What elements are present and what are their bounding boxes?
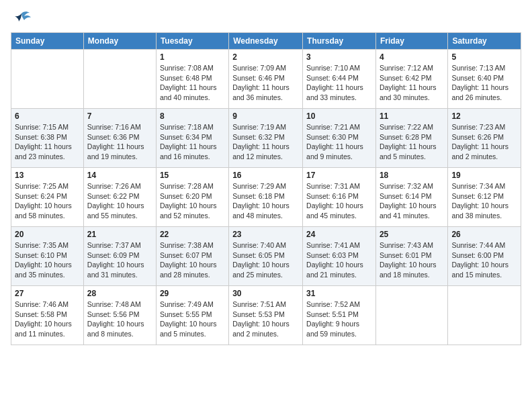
calendar-cell: 30Sunrise: 7:51 AM Sunset: 5:53 PM Dayli…: [229, 286, 303, 345]
day-info: Sunrise: 7:49 AM Sunset: 5:55 PM Dayligh…: [160, 300, 225, 339]
weekday-header-friday: Friday: [375, 33, 447, 50]
calendar-cell: 29Sunrise: 7:49 AM Sunset: 5:55 PM Dayli…: [156, 286, 228, 345]
day-info: Sunrise: 7:16 AM Sunset: 6:36 PM Dayligh…: [87, 122, 152, 162]
day-number: 20: [15, 230, 80, 239]
calendar-cell: 4Sunrise: 7:12 AM Sunset: 6:42 PM Daylig…: [375, 50, 447, 109]
calendar-cell: 19Sunrise: 7:34 AM Sunset: 6:12 PM Dayli…: [448, 168, 521, 227]
calendar-body: 1Sunrise: 7:08 AM Sunset: 6:48 PM Daylig…: [11, 50, 521, 345]
calendar-week-row: 20Sunrise: 7:35 AM Sunset: 6:10 PM Dayli…: [11, 227, 521, 286]
calendar-cell: 18Sunrise: 7:32 AM Sunset: 6:14 PM Dayli…: [375, 168, 447, 227]
calendar-week-row: 1Sunrise: 7:08 AM Sunset: 6:48 PM Daylig…: [11, 50, 521, 109]
day-info: Sunrise: 7:09 AM Sunset: 6:46 PM Dayligh…: [232, 63, 299, 103]
day-number: 29: [160, 289, 225, 298]
weekday-header-thursday: Thursday: [303, 33, 376, 50]
day-number: 14: [87, 171, 152, 180]
day-info: Sunrise: 7:43 AM Sunset: 6:01 PM Dayligh…: [380, 240, 444, 280]
calendar-week-row: 27Sunrise: 7:46 AM Sunset: 5:58 PM Dayli…: [11, 286, 521, 345]
day-number: 19: [451, 171, 517, 180]
day-info: Sunrise: 7:25 AM Sunset: 6:24 PM Dayligh…: [15, 181, 80, 221]
day-info: Sunrise: 7:23 AM Sunset: 6:26 PM Dayligh…: [451, 122, 517, 162]
calendar-cell: 13Sunrise: 7:25 AM Sunset: 6:24 PM Dayli…: [11, 168, 84, 227]
calendar-cell: 1Sunrise: 7:08 AM Sunset: 6:48 PM Daylig…: [156, 50, 228, 109]
day-number: 24: [306, 230, 372, 239]
day-number: 6: [15, 111, 80, 121]
weekday-header-monday: Monday: [83, 33, 156, 50]
weekday-header-saturday: Saturday: [448, 33, 521, 50]
calendar-cell: 2Sunrise: 7:09 AM Sunset: 6:46 PM Daylig…: [229, 50, 303, 109]
day-info: Sunrise: 7:51 AM Sunset: 5:53 PM Dayligh…: [232, 300, 299, 339]
day-info: Sunrise: 7:29 AM Sunset: 6:18 PM Dayligh…: [232, 181, 299, 221]
calendar-cell: 24Sunrise: 7:41 AM Sunset: 6:03 PM Dayli…: [303, 227, 376, 286]
day-number: 27: [15, 289, 80, 298]
calendar-cell: 21Sunrise: 7:37 AM Sunset: 6:09 PM Dayli…: [83, 227, 156, 286]
calendar-week-row: 6Sunrise: 7:15 AM Sunset: 6:38 PM Daylig…: [11, 109, 521, 168]
day-number: 30: [232, 289, 299, 298]
day-info: Sunrise: 7:10 AM Sunset: 6:44 PM Dayligh…: [306, 63, 372, 103]
day-number: 13: [15, 171, 80, 180]
day-info: Sunrise: 7:52 AM Sunset: 5:51 PM Dayligh…: [306, 300, 372, 339]
calendar-cell: 22Sunrise: 7:38 AM Sunset: 6:07 PM Dayli…: [156, 227, 228, 286]
day-info: Sunrise: 7:48 AM Sunset: 5:56 PM Dayligh…: [87, 300, 152, 339]
calendar-table: SundayMondayTuesdayWednesdayThursdayFrid…: [11, 32, 521, 345]
day-info: Sunrise: 7:34 AM Sunset: 6:12 PM Dayligh…: [451, 181, 517, 221]
weekday-header-wednesday: Wednesday: [229, 33, 303, 50]
day-number: 23: [232, 230, 299, 239]
calendar-cell: [448, 286, 521, 345]
day-info: Sunrise: 7:21 AM Sunset: 6:30 PM Dayligh…: [306, 122, 372, 162]
calendar-cell: 16Sunrise: 7:29 AM Sunset: 6:18 PM Dayli…: [229, 168, 303, 227]
day-number: 7: [87, 111, 152, 121]
day-number: 11: [380, 111, 444, 121]
logo-bird-icon: [12, 11, 31, 26]
day-info: Sunrise: 7:26 AM Sunset: 6:22 PM Dayligh…: [87, 181, 152, 221]
day-number: 2: [232, 52, 299, 62]
day-number: 1: [160, 52, 225, 62]
calendar-cell: 25Sunrise: 7:43 AM Sunset: 6:01 PM Dayli…: [375, 227, 447, 286]
day-number: 16: [232, 171, 299, 180]
day-number: 8: [160, 111, 225, 121]
day-info: Sunrise: 7:44 AM Sunset: 6:00 PM Dayligh…: [451, 240, 517, 280]
day-info: Sunrise: 7:37 AM Sunset: 6:09 PM Dayligh…: [87, 240, 152, 280]
calendar-cell: [375, 286, 447, 345]
day-info: Sunrise: 7:31 AM Sunset: 6:16 PM Dayligh…: [306, 181, 372, 221]
day-info: Sunrise: 7:35 AM Sunset: 6:10 PM Dayligh…: [15, 240, 80, 280]
day-info: Sunrise: 7:15 AM Sunset: 6:38 PM Dayligh…: [15, 122, 80, 162]
page-header: [11, 11, 521, 26]
day-number: 31: [306, 289, 372, 298]
day-number: 26: [451, 230, 517, 239]
weekday-header-tuesday: Tuesday: [156, 33, 228, 50]
calendar-cell: 23Sunrise: 7:40 AM Sunset: 6:05 PM Dayli…: [229, 227, 303, 286]
calendar-cell: 5Sunrise: 7:13 AM Sunset: 6:40 PM Daylig…: [448, 50, 521, 109]
calendar-cell: [83, 50, 156, 109]
day-number: 28: [87, 289, 152, 298]
day-info: Sunrise: 7:12 AM Sunset: 6:42 PM Dayligh…: [380, 63, 444, 103]
calendar-cell: 8Sunrise: 7:18 AM Sunset: 6:34 PM Daylig…: [156, 109, 228, 168]
day-info: Sunrise: 7:08 AM Sunset: 6:48 PM Dayligh…: [160, 63, 225, 103]
day-info: Sunrise: 7:22 AM Sunset: 6:28 PM Dayligh…: [380, 122, 444, 162]
day-number: 12: [451, 111, 517, 121]
day-number: 10: [306, 111, 372, 121]
day-number: 9: [232, 111, 299, 121]
day-number: 21: [87, 230, 152, 239]
calendar-cell: 11Sunrise: 7:22 AM Sunset: 6:28 PM Dayli…: [375, 109, 447, 168]
day-info: Sunrise: 7:32 AM Sunset: 6:14 PM Dayligh…: [380, 181, 444, 221]
logo: [11, 11, 31, 26]
day-number: 25: [380, 230, 444, 239]
day-number: 5: [451, 52, 517, 62]
calendar-cell: 28Sunrise: 7:48 AM Sunset: 5:56 PM Dayli…: [83, 286, 156, 345]
day-info: Sunrise: 7:38 AM Sunset: 6:07 PM Dayligh…: [160, 240, 225, 280]
day-number: 17: [306, 171, 372, 180]
calendar-cell: 9Sunrise: 7:19 AM Sunset: 6:32 PM Daylig…: [229, 109, 303, 168]
calendar-cell: 10Sunrise: 7:21 AM Sunset: 6:30 PM Dayli…: [303, 109, 376, 168]
calendar-cell: 14Sunrise: 7:26 AM Sunset: 6:22 PM Dayli…: [83, 168, 156, 227]
calendar-cell: [11, 50, 84, 109]
day-number: 15: [160, 171, 225, 180]
day-number: 22: [160, 230, 225, 239]
day-number: 18: [380, 171, 444, 180]
day-info: Sunrise: 7:13 AM Sunset: 6:40 PM Dayligh…: [451, 63, 517, 103]
calendar-cell: 31Sunrise: 7:52 AM Sunset: 5:51 PM Dayli…: [303, 286, 376, 345]
calendar-cell: 6Sunrise: 7:15 AM Sunset: 6:38 PM Daylig…: [11, 109, 84, 168]
calendar-cell: 20Sunrise: 7:35 AM Sunset: 6:10 PM Dayli…: [11, 227, 84, 286]
calendar-cell: 26Sunrise: 7:44 AM Sunset: 6:00 PM Dayli…: [448, 227, 521, 286]
day-info: Sunrise: 7:46 AM Sunset: 5:58 PM Dayligh…: [15, 300, 80, 339]
day-info: Sunrise: 7:19 AM Sunset: 6:32 PM Dayligh…: [232, 122, 299, 162]
